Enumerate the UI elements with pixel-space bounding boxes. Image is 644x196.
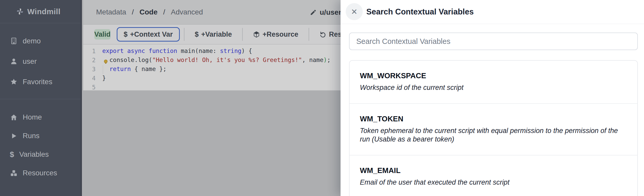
close-button[interactable]: ✕ (346, 3, 363, 20)
variable-description: Email of the user that executed the curr… (360, 178, 621, 187)
reset-label: Reset (329, 30, 341, 38)
sidebar-item-label: demo (23, 37, 41, 45)
toolbar-divider (242, 28, 243, 41)
contextual-variables-drawer: ✕ Search Contextual Variables WM_WORKSPA… (341, 0, 644, 196)
play-icon (10, 132, 18, 140)
tabs: Metadata/Code/Advanced (96, 8, 203, 16)
tab-metadata[interactable]: Metadata (96, 8, 126, 16)
pencil-icon (310, 9, 317, 16)
boxes-icon (10, 169, 18, 177)
sidebar-item-label: Runs (23, 132, 39, 140)
reset-icon (319, 31, 326, 38)
quick-fix-lightbulb-icon[interactable] (103, 59, 109, 65)
contextual-variable-wm_workspace[interactable]: WM_WORKSPACEWorkspace id of the current … (350, 61, 637, 103)
variable-name: WM_EMAIL (360, 166, 627, 175)
close-icon: ✕ (351, 7, 357, 16)
sidebar-section-2: HomeRuns$VariablesResources (0, 99, 81, 182)
toolbar-buttons: $+Context Var$+Variable+ResourceReset (111, 27, 341, 42)
dollar-icon: $ (10, 151, 14, 158)
sidebar-item-label: user (23, 57, 37, 66)
sidebar-nav: demouserFavoritesHomeRuns$VariablesResou… (0, 23, 81, 182)
variable-name: WM_WORKSPACE (360, 72, 627, 80)
contextual-variable-wm_token[interactable]: WM_TOKENToken ephemeral to the current s… (350, 103, 637, 155)
code-line-2[interactable]: 2 console.log("Hello world! Oh, it's you… (83, 56, 341, 65)
script-path-label: u/user/l (320, 8, 341, 17)
add-resource-label: +Resource (262, 30, 298, 38)
drawer-header: ✕ Search Contextual Variables (341, 0, 644, 24)
sidebar: Windmill demouserFavoritesHomeRuns$Varia… (0, 0, 82, 196)
search-input[interactable] (349, 33, 638, 50)
sidebar-item-label: Variables (19, 150, 49, 159)
windmill-logo-icon (16, 8, 24, 15)
add-variable-label: +Variable (201, 30, 232, 38)
indent-guide (103, 65, 103, 74)
sidebar-item-variables[interactable]: $Variables (0, 145, 81, 164)
add-resource-button[interactable]: +Resource (247, 27, 304, 42)
sidebar-item-demo[interactable]: demo (0, 31, 81, 51)
main-content: Metadata/Code/Advanced u/user/l Valid $+… (83, 0, 341, 196)
logo-label: Windmill (27, 7, 61, 16)
sidebar-section-1: demouserFavorites (0, 23, 81, 99)
script-path[interactable]: u/user/l (310, 0, 341, 25)
line-number: 1 (83, 48, 96, 54)
dollar-icon: $ (195, 30, 199, 38)
code-text: return { name }; (102, 65, 166, 74)
sidebar-item-runs[interactable]: Runs (0, 127, 81, 145)
sidebar-item-resources[interactable]: Resources (0, 164, 81, 182)
logo[interactable]: Windmill (0, 0, 81, 23)
user-icon (10, 58, 18, 65)
code-line-5[interactable]: 5 (83, 83, 341, 90)
toolbar-divider (184, 28, 184, 41)
contextual-variable-wm_email[interactable]: WM_EMAILEmail of the user that executed … (350, 155, 637, 196)
drawer-title: Search Contextual Variables (366, 7, 474, 17)
sidebar-item-label: Favorites (23, 78, 52, 86)
page-background (83, 90, 341, 196)
dollar-icon: $ (124, 30, 128, 38)
sidebar-item-favorites[interactable]: Favorites (0, 72, 81, 92)
tab-code[interactable]: Code (140, 8, 158, 16)
line-number: 2 (83, 57, 96, 64)
reset-button[interactable]: Reset (313, 27, 341, 42)
contextual-variable-list: WM_WORKSPACEWorkspace id of the current … (349, 60, 638, 196)
sidebar-item-user[interactable]: user (0, 51, 81, 72)
add-variable-button[interactable]: $+Variable (189, 27, 238, 42)
code-line-4[interactable]: 4} (83, 74, 341, 83)
code-line-1[interactable]: 1export async function main(name: string… (83, 46, 341, 56)
windmill-app: Windmill demouserFavoritesHomeRuns$Varia… (0, 0, 644, 196)
drawer-body: WM_WORKSPACEWorkspace id of the current … (341, 24, 644, 196)
line-number: 5 (83, 84, 96, 91)
line-number: 3 (83, 66, 96, 73)
add-context-var-button[interactable]: $+Context Var (117, 27, 180, 42)
add-context-var-label: +Context Var (130, 30, 173, 38)
tab-advanced[interactable]: Advanced (171, 8, 203, 16)
code-editor[interactable]: 1export async function main(name: string… (83, 44, 341, 90)
variable-description: Workspace id of the current script (360, 83, 621, 92)
editor-toolbar: Valid $+Context Var$+Variable+ResourceRe… (83, 25, 341, 44)
variable-description: Token ephemeral to the current script wi… (360, 127, 621, 144)
code-text: } (102, 74, 106, 83)
home-icon (10, 113, 18, 121)
sidebar-item-label: Home (23, 113, 42, 121)
toolbar-divider (309, 28, 309, 41)
sidebar-item-label: Resources (23, 169, 57, 177)
tab-separator: / (163, 8, 165, 16)
valid-badge: Valid (94, 29, 111, 40)
tab-separator: / (132, 8, 134, 16)
code-text: export async function main(name: string)… (102, 46, 252, 56)
variable-name: WM_TOKEN (360, 115, 627, 123)
line-number: 4 (83, 75, 96, 82)
tab-bar: Metadata/Code/Advanced u/user/l (83, 0, 341, 25)
sidebar-item-home[interactable]: Home (0, 108, 81, 127)
star-icon (10, 78, 18, 86)
code-line-3[interactable]: 3 return { name }; (83, 65, 341, 74)
code-text: console.log("Hello world! Oh, it's you %… (102, 56, 331, 65)
building-icon (10, 37, 18, 45)
package-icon (253, 31, 260, 38)
